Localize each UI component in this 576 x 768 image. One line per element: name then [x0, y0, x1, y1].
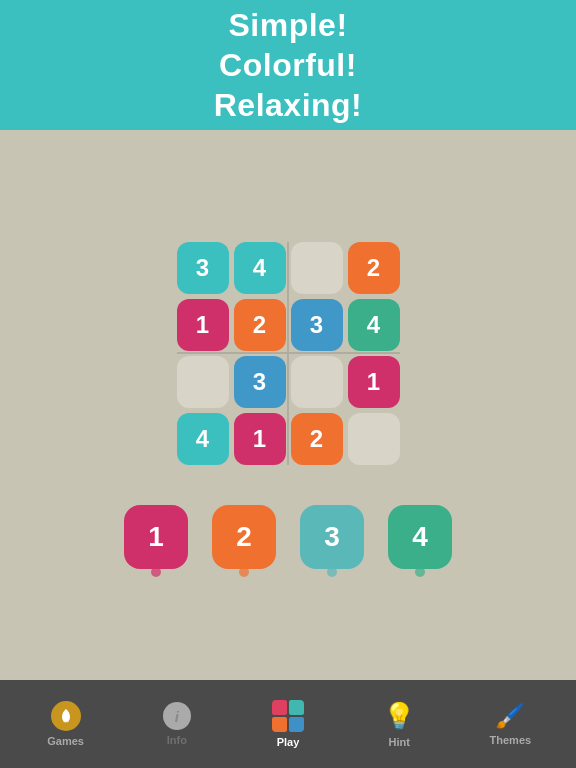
grid-cell-10[interactable]	[291, 356, 343, 408]
svg-point-0	[63, 720, 69, 723]
grid-cell-14[interactable]: 2	[291, 413, 343, 465]
tab-play-label: Play	[277, 736, 300, 748]
tab-games[interactable]: Games	[26, 701, 106, 747]
grid-cell-6[interactable]: 3	[291, 299, 343, 351]
tab-themes[interactable]: 🖌️ Themes	[470, 702, 550, 746]
header-text: Simple! Colorful! Relaxing!	[214, 5, 363, 125]
grid-cell-1[interactable]: 4	[234, 242, 286, 294]
grid-cell-11[interactable]: 1	[348, 356, 400, 408]
hint-icon: 💡	[383, 701, 415, 732]
play-icon	[272, 700, 304, 732]
tile-3[interactable]: 3	[300, 505, 364, 569]
info-icon: i	[163, 702, 191, 730]
themes-icon: 🖌️	[495, 702, 525, 730]
main-content: 3 4 2 1 2 3 4 3 1 4 1 2 1 2 3 4	[0, 130, 576, 680]
number-tiles-row: 1 2 3 4	[124, 505, 452, 569]
tile-4[interactable]: 4	[388, 505, 452, 569]
games-icon	[51, 701, 81, 731]
tab-info[interactable]: i Info	[137, 702, 217, 746]
grid-cell-0[interactable]: 3	[177, 242, 229, 294]
grid-cell-13[interactable]: 1	[234, 413, 286, 465]
grid-cell-9[interactable]: 3	[234, 356, 286, 408]
tab-play[interactable]: Play	[248, 700, 328, 748]
grid-cell-8[interactable]	[177, 356, 229, 408]
header-line1: Simple!	[214, 5, 363, 45]
tab-info-label: Info	[167, 734, 187, 746]
header-line3: Relaxing!	[214, 85, 363, 125]
tile-2[interactable]: 2	[212, 505, 276, 569]
header: Simple! Colorful! Relaxing!	[0, 0, 576, 130]
tab-games-label: Games	[47, 735, 84, 747]
grid-cell-4[interactable]: 1	[177, 299, 229, 351]
grid-cell-5[interactable]: 2	[234, 299, 286, 351]
grid-cell-12[interactable]: 4	[177, 413, 229, 465]
tab-themes-label: Themes	[490, 734, 532, 746]
tab-hint[interactable]: 💡 Hint	[359, 701, 439, 748]
grid-cell-2[interactable]	[291, 242, 343, 294]
grid-cell-7[interactable]: 4	[348, 299, 400, 351]
grid-cell-3[interactable]: 2	[348, 242, 400, 294]
tile-1[interactable]: 1	[124, 505, 188, 569]
grid-cell-15[interactable]	[348, 413, 400, 465]
tab-bar: Games i Info Play 💡 Hint 🖌️ Themes	[0, 680, 576, 768]
tab-hint-label: Hint	[388, 736, 409, 748]
header-line2: Colorful!	[214, 45, 363, 85]
puzzle-grid[interactable]: 3 4 2 1 2 3 4 3 1 4 1 2	[177, 242, 400, 465]
